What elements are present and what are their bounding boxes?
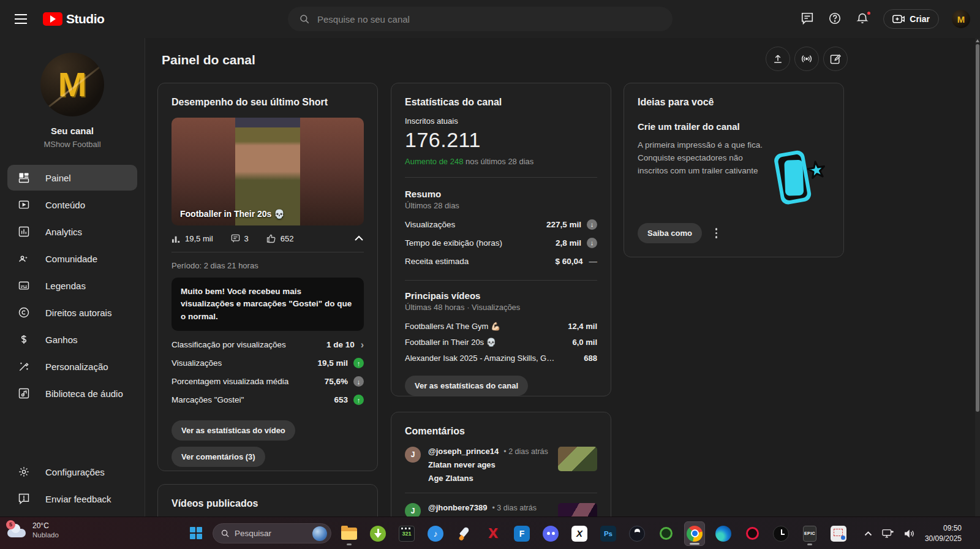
clock-taskbar-icon[interactable] [771,521,791,546]
sidebar-item-enviar-feedback[interactable]: Enviar feedback [7,486,137,512]
help-icon[interactable] [828,12,843,26]
network-display-icon[interactable] [882,529,894,539]
channel-avatar[interactable]: M [40,53,104,116]
taskbar-search[interactable] [213,523,331,543]
taskbar-clock[interactable]: 09:50 30/09/2025 [925,523,962,543]
klite-taskbar-icon[interactable]: 321 [396,521,417,546]
video-analytics-button[interactable]: Ver as estatísticas do vídeo [172,420,295,441]
sidebar-item-ganhos[interactable]: Ganhos [7,327,137,352]
edit-button[interactable] [823,47,848,71]
dashboard-icon [17,171,31,184]
scrollbar-thumb[interactable] [976,44,979,412]
page-title: Painel do canal [162,53,255,67]
downloader4k-taskbar-icon[interactable] [368,521,388,546]
chrome-taskbar-icon[interactable] [684,521,705,546]
top-video-link[interactable]: Footballer in Their 20s 💀 [405,338,496,347]
obs-icon [629,526,645,542]
weather-badge: 5 [6,520,15,529]
summary-row-watchtime: Tempo de exibição (horas) 2,8 mil↓ [405,233,597,252]
sidebar-item-painel[interactable]: Painel [7,165,137,191]
sidebar-item-comunidade[interactable]: Comunidade [7,246,137,271]
photoshop-taskbar-icon[interactable]: Ps [598,521,619,546]
search-input[interactable] [317,14,662,25]
commenter-avatar[interactable]: J [405,447,421,463]
sidebar-item-biblioteca-de-audio[interactable]: Biblioteca de áudio [7,381,137,406]
explorer-taskbar-icon[interactable] [339,521,360,546]
epic-taskbar-icon[interactable]: EPIC [799,521,820,546]
account-avatar[interactable]: M [952,10,970,28]
volume-icon[interactable] [904,529,915,539]
create-button[interactable]: Criar [883,9,939,29]
main-content: Painel do canal Desempenho do seu último… [146,38,975,517]
channel-box: M Seu canal MShow Football [0,38,145,149]
snip-icon [831,526,846,542]
musicdl-taskbar-icon[interactable]: ♪ [425,521,446,546]
operagx-icon [746,527,759,540]
edge-taskbar-icon[interactable] [713,521,734,546]
earnings-icon [17,333,31,346]
channel-analytics-button[interactable]: Ver as estatísticas do canal [405,376,528,396]
settings-gear-icon [17,465,31,479]
sidebar-item-configuracoes[interactable]: Configurações [7,459,137,485]
snip-taskbar-icon[interactable] [828,521,849,546]
topbar: Studio Criar M [0,0,980,38]
sidebar-item-analytics[interactable]: Analytics [7,219,137,244]
youtube-studio-logo[interactable]: Studio [43,12,104,26]
rocket-taskbar-icon[interactable] [454,521,475,546]
operagx-taskbar-icon[interactable] [742,521,763,546]
capcut-taskbar-icon[interactable]: X [569,521,590,546]
fdm-taskbar-icon[interactable] [655,521,676,546]
commenter-username[interactable]: @joseph_prince14 [428,447,499,456]
learn-how-button[interactable]: Saiba como [638,223,702,243]
sidebar-item-direitos-autorais[interactable]: Direitos autorais [7,300,137,325]
divider [405,493,597,493]
send-feedback-icon[interactable] [801,12,815,26]
comment-video-thumbnail[interactable] [558,503,597,517]
notifications-bell-icon[interactable] [856,12,870,26]
comment-video-thumbnail[interactable] [558,447,597,471]
page-scrollbar[interactable] [975,38,980,517]
formatfactory-taskbar-icon[interactable]: F [511,521,532,546]
more-options-icon[interactable] [715,228,718,238]
sidebar-item-label: Direitos autorais [45,308,111,318]
go-live-button[interactable] [794,47,819,71]
metric-row-ranking[interactable]: Classificação por visualizações 1 de 10› [172,336,364,354]
top-video-link[interactable]: Footballers At The Gym 💪🏻 [405,322,500,331]
short-video-thumbnail[interactable]: Footballer in Their 20s 💀 [172,118,364,225]
sidebar-item-label: Personalização [45,362,108,372]
scrollbar-up-arrow[interactable] [976,39,979,42]
downloader4k-icon [370,526,386,542]
topbar-actions: Criar M [801,0,970,38]
ideas-subtitle: Crie um trailer do canal [638,121,830,132]
edge-icon [715,526,731,542]
sidebar-item-personalizacao[interactable]: Personalização [7,354,137,379]
tray-chevron-up-icon[interactable] [864,531,872,536]
commenter-username[interactable]: @jhonbere7389 [428,503,488,512]
fdm-icon [660,527,673,540]
weather-widget[interactable]: 5 20°C Nublado [7,521,59,539]
notification-badge [866,10,872,16]
sidebar-item-conteudo[interactable]: Conteúdo [7,192,137,218]
ideas-body: A primeira impressão é a que fica. Conqu… [638,139,766,178]
discord-taskbar-icon[interactable] [540,521,561,546]
create-button-label: Criar [910,14,930,24]
taskbar-search-input[interactable] [235,529,307,538]
summary-title: Resumo [405,189,597,199]
upload-video-button[interactable] [766,47,790,71]
view-comments-button[interactable]: Ver comentários (3) [172,447,265,467]
sidebar-item-label: Configurações [45,467,105,477]
obs-taskbar-icon[interactable] [627,521,647,546]
short-period: Período: 2 dias 21 horas [172,261,364,270]
windows-start-button[interactable] [190,527,202,539]
hamburger-menu-icon[interactable] [13,12,28,26]
commenter-avatar[interactable]: J [405,503,421,517]
search-highlight-image[interactable] [312,526,327,541]
top-video-link[interactable]: Alexander Isak 2025 - Amazing Skills, Go… [405,354,558,363]
chevron-up-icon[interactable] [354,235,364,241]
sidebar-item-legendas[interactable]: Legendas [7,273,137,298]
channel-search[interactable] [288,7,673,31]
ideas-card: Ideias para você Crie um trailer do cana… [624,83,844,257]
top-video-row: Footballers At The Gym 💪🏻 12,4 mil [405,318,597,334]
xapp-taskbar-icon[interactable]: X [483,521,503,546]
comment-icon [231,234,240,243]
